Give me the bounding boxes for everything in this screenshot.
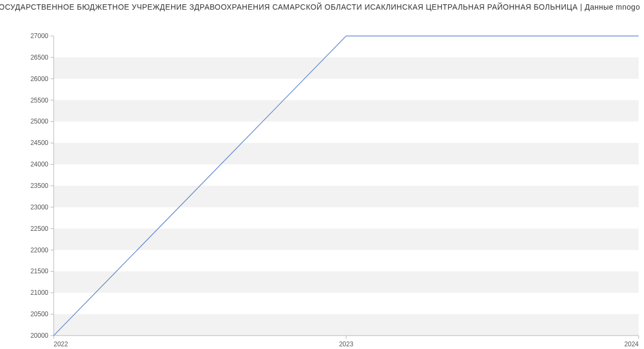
y-tick-label: 27000 — [31, 32, 49, 40]
y-tick-label: 26000 — [31, 75, 49, 83]
y-tick-label: 26500 — [31, 54, 49, 61]
y-tick-label: 22000 — [31, 246, 49, 254]
grid-band — [54, 100, 639, 122]
grid-band — [54, 271, 639, 293]
y-tick-label: 23500 — [31, 182, 49, 190]
y-tick-label: 21000 — [31, 289, 49, 296]
x-tick-label: 2022 — [54, 340, 68, 347]
grid-band — [54, 186, 639, 207]
grid-band — [54, 57, 639, 79]
chart-title: ЛАТА В ГОСУДАРСТВЕННОЕ БЮДЖЕТНОЕ УЧРЕЖДЕ… — [0, 0, 644, 14]
y-tick-label: 24500 — [31, 139, 49, 147]
y-tick-label: 21500 — [31, 267, 49, 275]
y-tick-label: 20000 — [31, 332, 49, 339]
grid-band — [54, 229, 639, 250]
grid-band — [54, 143, 639, 164]
y-tick-label: 22500 — [31, 225, 49, 232]
y-tick-label: 24000 — [31, 161, 49, 168]
y-tick-label: 25000 — [31, 118, 49, 125]
y-tick-label: 25500 — [31, 97, 49, 104]
grid-band — [54, 314, 639, 336]
y-tick-label: 23000 — [31, 203, 49, 211]
chart-area: 2000020500210002150022000225002300023500… — [0, 14, 644, 347]
chart-svg: 2000020500210002150022000225002300023500… — [0, 14, 644, 347]
y-tick-label: 20500 — [31, 310, 49, 318]
x-tick-label: 2023 — [339, 340, 354, 347]
x-tick-label: 2024 — [624, 340, 639, 347]
